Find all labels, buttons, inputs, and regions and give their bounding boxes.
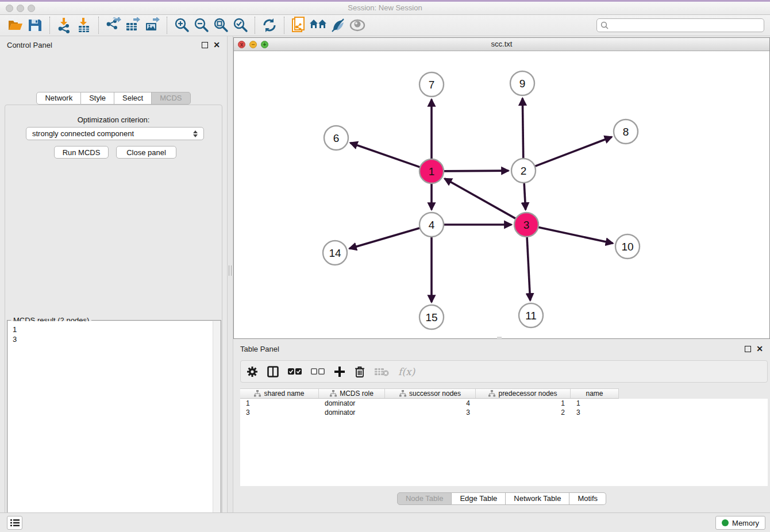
network-canvas[interactable]: 7968124314101511 [234,51,769,338]
select-all-icon[interactable] [288,364,302,379]
tab-style[interactable]: Style [81,92,114,105]
node-1[interactable]: 1 [419,159,444,183]
node-7[interactable]: 7 [419,72,444,97]
edge-3-11[interactable] [527,236,530,300]
frame-close-icon[interactable]: x [238,41,245,48]
table-tab-network-table[interactable]: Network Table [506,492,569,505]
open-session-icon[interactable] [6,17,25,34]
task-history-button[interactable] [7,516,22,530]
graphics-details-icon[interactable] [348,17,367,34]
home-networks-icon[interactable] [309,17,328,34]
mcds-result-area[interactable]: 1 3 [8,321,220,532]
visual-style-icon[interactable] [328,17,348,34]
tab-select[interactable]: Select [114,92,152,105]
columns-icon[interactable] [267,364,279,379]
float-panel-icon[interactable] [202,42,208,48]
node-15[interactable]: 15 [419,305,444,329]
zoom-selected-icon[interactable] [230,17,250,34]
panel-splitter[interactable] [227,36,233,512]
network-graph: 7968124314101511 [234,51,769,338]
clone-network-icon[interactable] [289,17,309,34]
node-9[interactable]: 9 [510,71,534,95]
frame-maximize-icon[interactable]: + [261,41,268,48]
column-header-successor-nodes[interactable]: successor nodes [385,389,476,398]
status-bar: Memory [0,512,770,532]
table-cell: 3 [571,408,619,417]
table-panel: Table Panel ✕ f(x) shared nameM [233,340,770,511]
float-table-panel-icon[interactable] [745,346,751,352]
run-mcds-button[interactable]: Run MCDS [54,146,109,159]
edge-2-8[interactable] [534,137,612,167]
node-14[interactable]: 14 [323,241,347,265]
svg-text:7: 7 [429,79,435,91]
node-2[interactable]: 2 [511,159,536,183]
node-3[interactable]: 3 [514,213,538,237]
optimization-criterion-select[interactable]: strongly connected component [26,127,204,140]
column-header-shared-name[interactable]: shared name [240,389,319,398]
window-zoom-icon[interactable] [28,5,35,12]
mcds-result-values: 1 3 [8,321,220,344]
table-header: shared nameMCDS rolesuccessor nodesprede… [240,388,619,399]
table-row[interactable]: 3dominator323 [240,408,768,417]
close-panel-button[interactable]: Close panel [116,146,176,159]
node-10[interactable]: 10 [615,234,640,259]
zoom-out-icon[interactable] [191,17,211,34]
frame-minimize-icon[interactable]: – [249,41,257,48]
import-table-icon[interactable] [74,17,94,34]
edge-1-6[interactable] [351,143,421,168]
network-frame-titlebar[interactable]: x – + scc.txt [234,38,769,51]
tab-mcds[interactable]: MCDS [152,92,190,105]
add-column-icon[interactable] [334,364,345,379]
export-table-icon[interactable] [123,17,143,34]
node-4[interactable]: 4 [419,213,444,237]
node-6[interactable]: 6 [324,126,348,150]
close-table-panel-icon[interactable]: ✕ [756,346,763,352]
refresh-icon[interactable] [260,17,279,34]
result-scrollbar[interactable] [213,321,220,532]
table-body[interactable]: 1dominator4113dominator323 [240,399,768,486]
table-tab-edge-table[interactable]: Edge Table [452,492,506,505]
table-cell: 1 [571,399,619,408]
delete-table-icon[interactable] [374,364,389,379]
edge-4-14[interactable] [349,228,421,249]
window-minimize-icon[interactable] [17,5,24,12]
unselect-all-icon[interactable] [311,364,325,379]
column-type-icon [254,390,261,397]
export-image-icon[interactable] [143,17,162,34]
table-row[interactable]: 1dominator411 [240,399,768,408]
table-cell: 2 [476,408,571,417]
column-header-MCDS-role[interactable]: MCDS role [319,389,385,398]
zoom-in-icon[interactable] [172,17,191,34]
search-input[interactable] [609,20,760,30]
node-11[interactable]: 11 [519,303,543,327]
toolbar-separator [49,17,50,34]
node-8[interactable]: 8 [614,119,638,144]
main-toolbar [0,15,770,36]
function-builder-icon[interactable]: f(x) [398,364,415,379]
column-header-predecessor-nodes[interactable]: predecessor nodes [476,389,571,398]
svg-text:2: 2 [521,165,527,177]
close-panel-icon[interactable]: ✕ [213,42,220,48]
save-session-icon[interactable] [25,17,45,34]
table-tab-motifs[interactable]: Motifs [569,492,606,505]
export-network-icon[interactable] [103,17,123,34]
tab-network[interactable]: Network [36,92,81,105]
svg-text:15: 15 [425,311,437,323]
column-header-name[interactable]: name [571,389,619,398]
toolbar-separator [167,17,167,34]
svg-text:6: 6 [333,132,340,144]
delete-icon[interactable] [355,364,365,379]
edge-1-2[interactable] [443,171,509,171]
memory-button[interactable]: Memory [715,516,765,530]
edge-2-3[interactable] [524,182,526,210]
edge-3-10[interactable] [538,227,613,243]
edge-2-9[interactable] [522,98,523,159]
import-network-icon[interactable] [55,17,74,34]
window-close-icon[interactable] [6,5,13,12]
edge-3-1[interactable] [445,179,517,219]
zoom-fit-icon[interactable] [211,17,230,34]
table-tab-node-table[interactable]: Node Table [397,492,452,505]
search-box[interactable] [596,18,764,32]
gear-icon[interactable] [247,364,258,379]
window-title: Session: New Session [0,2,770,14]
